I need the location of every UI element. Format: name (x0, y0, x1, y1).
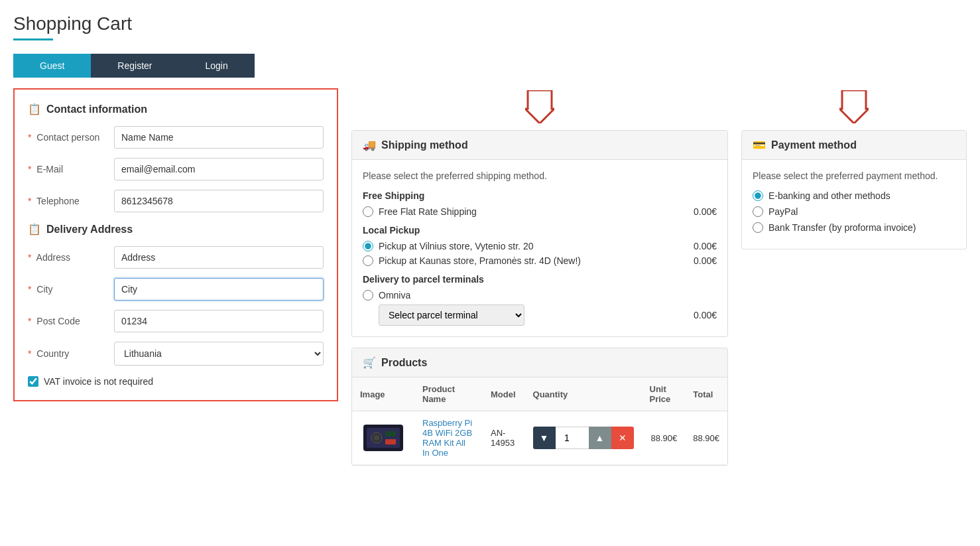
payment-description: Please select the preferred payment meth… (753, 171, 955, 181)
product-total-cell: 88.90€ (685, 411, 727, 465)
contact-person-label: * Contact person (28, 132, 114, 143)
vat-row: VAT invoice is not required (28, 376, 324, 387)
shipping-group-pickup: Local Pickup (363, 225, 717, 236)
col-model: Model (483, 377, 525, 411)
payment-option-paypal: PayPal (753, 206, 955, 217)
required-star: * (28, 132, 31, 143)
parcel-select-row: Select parcel terminal 0.00€ (379, 305, 717, 326)
product-image-svg (360, 418, 406, 458)
address-input[interactable] (114, 246, 324, 269)
shipping-vilnius-label: Pickup at Vilnius store, Vytenio str. 20 (379, 241, 688, 251)
left-column: 📋 Contact information * Contact person *… (13, 88, 338, 412)
tab-register[interactable]: Register (91, 54, 178, 78)
payment-option-bank-transfer: Bank Transfer (by proforma invoice) (753, 222, 955, 233)
product-unit-price-cell: 88.90€ (642, 411, 686, 465)
shipping-arrow-area (351, 88, 728, 125)
postcode-input[interactable] (114, 310, 324, 332)
address-row: * Address (28, 246, 324, 269)
shipping-flat-price: 0.00€ (694, 206, 717, 217)
shipping-option-kaunas: Pickup at Kaunas store, Pramonės str. 4D… (363, 255, 717, 266)
required-star-city: * (28, 284, 31, 295)
page-title: Shopping Cart (13, 13, 967, 34)
city-input[interactable] (114, 278, 324, 301)
email-label: * E-Mail (28, 164, 114, 174)
shipping-panel-header: 🚚 Shipping method (352, 131, 727, 160)
shipping-description: Please select the preferred shipping met… (363, 171, 717, 181)
main-layout: 📋 Contact information * Contact person *… (13, 88, 967, 466)
payment-panel: 💳 Payment method Please select the prefe… (741, 130, 967, 249)
shipping-option-vilnius: Pickup at Vilnius store, Vytenio str. 20… (363, 241, 717, 251)
tab-guest[interactable]: Guest (13, 54, 91, 78)
shipping-omniva-label: Omniva (379, 290, 717, 301)
payment-panel-body: Please select the preferred payment meth… (742, 160, 966, 249)
required-star-post: * (28, 316, 31, 326)
product-image-cell (352, 411, 414, 465)
email-row: * E-Mail (28, 158, 324, 180)
product-quantity-cell: ▼ ▲ ✕ (525, 411, 642, 465)
svg-rect-6 (385, 439, 396, 444)
shipping-radio-vilnius[interactable] (363, 241, 373, 251)
shipping-radio-kaunas[interactable] (363, 255, 373, 266)
col-unit-price: Unit Price (642, 377, 686, 411)
required-star-addr: * (28, 252, 31, 263)
quantity-controls: ▼ ▲ ✕ (533, 427, 634, 449)
right-column: 💳 Payment method Please select the prefe… (741, 88, 967, 260)
truck-icon: 🚚 (363, 139, 376, 151)
country-select[interactable]: Lithuania Latvia Estonia Germany United … (114, 342, 324, 366)
payment-arrow-area (741, 88, 967, 125)
postcode-label: * Post Code (28, 316, 114, 326)
email-input[interactable] (114, 158, 324, 180)
parcel-terminal-dropdown[interactable]: Select parcel terminal (379, 305, 524, 326)
quantity-increase-button[interactable]: ▲ (589, 427, 611, 449)
tab-login[interactable]: Login (179, 54, 255, 78)
quantity-decrease-button[interactable]: ▼ (533, 427, 556, 449)
products-panel-header: 🛒 Products (352, 348, 727, 377)
svg-marker-7 (839, 90, 869, 123)
contact-section-title: 📋 Contact information (28, 103, 324, 115)
product-model-cell: AN-14953 (483, 411, 525, 465)
table-row: Raspberry Pi 4B WiFi 2GB RAM Kit All In … (352, 411, 727, 465)
payment-radio-paypal[interactable] (753, 206, 763, 217)
contact-person-row: * Contact person (28, 126, 324, 149)
col-product-name: Product Name (414, 377, 483, 411)
credit-card-icon: 💳 (753, 139, 766, 151)
telephone-label: * Telephone (28, 196, 114, 206)
middle-column: 🚚 Shipping method Please select the pref… (351, 88, 728, 466)
required-star-tel: * (28, 196, 31, 206)
quantity-input[interactable] (556, 427, 589, 449)
telephone-input[interactable] (114, 190, 324, 212)
book-icon: 📋 (28, 103, 41, 115)
vat-checkbox[interactable] (28, 376, 38, 387)
svg-marker-0 (525, 90, 554, 123)
svg-rect-5 (385, 431, 396, 437)
required-star-country: * (28, 348, 31, 359)
contact-person-input[interactable] (114, 126, 324, 149)
shipping-radio-omniva[interactable] (363, 290, 373, 301)
shipping-kaunas-price: 0.00€ (694, 255, 717, 266)
payment-bank-transfer-label: Bank Transfer (by proforma invoice) (768, 222, 916, 233)
product-image (360, 418, 406, 458)
address-label: * Address (28, 252, 114, 263)
payment-ebanking-label: E-banking and other methods (768, 190, 890, 201)
cart-icon: 🛒 (363, 356, 376, 369)
payment-option-ebanking: E-banking and other methods (753, 190, 955, 201)
shipping-radio-flat[interactable] (363, 206, 373, 217)
col-total: Total (685, 377, 727, 411)
payment-radio-ebanking[interactable] (753, 190, 763, 201)
telephone-row: * Telephone (28, 190, 324, 212)
quantity-remove-button[interactable]: ✕ (611, 427, 634, 449)
shipping-kaunas-label: Pickup at Kaunas store, Pramonės str. 4D… (379, 255, 688, 266)
shipping-panel: 🚚 Shipping method Please select the pref… (351, 130, 728, 337)
title-underline (13, 38, 53, 40)
payment-paypal-label: PayPal (768, 206, 798, 217)
products-table-header-row: Image Product Name Model Quantity Unit P… (352, 377, 727, 411)
shipping-vilnius-price: 0.00€ (694, 241, 717, 251)
vat-label: VAT invoice is not required (44, 376, 153, 387)
shipping-option-omniva: Omniva (363, 290, 717, 301)
required-star-email: * (28, 164, 31, 174)
product-name-cell: Raspberry Pi 4B WiFi 2GB RAM Kit All In … (414, 411, 483, 465)
product-name-link[interactable]: Raspberry Pi 4B WiFi 2GB RAM Kit All In … (422, 418, 472, 458)
shipping-option-flat-rate: Free Flat Rate Shipping 0.00€ (363, 206, 717, 217)
payment-radio-bank-transfer[interactable] (753, 222, 763, 233)
postcode-row: * Post Code (28, 310, 324, 332)
